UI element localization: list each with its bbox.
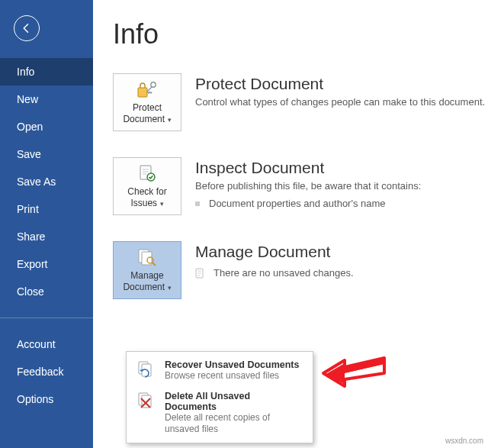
nav-options[interactable]: Options xyxy=(0,385,93,413)
protect-tile-line2: Document xyxy=(123,114,165,124)
nav-feedback[interactable]: Feedback xyxy=(0,358,93,385)
document-search-icon xyxy=(136,248,158,268)
inspect-bullet-row: Document properties and author's name xyxy=(195,198,421,209)
manage-desc-row: There are no unsaved changes. xyxy=(195,267,354,279)
inspect-tile-line1: Check for xyxy=(127,186,166,197)
nav-print[interactable]: Print xyxy=(0,195,93,223)
manage-tile-line2: Document xyxy=(123,282,165,292)
back-button[interactable] xyxy=(14,15,40,41)
chevron-down-icon: ▾ xyxy=(165,116,172,124)
chevron-down-icon: ▾ xyxy=(165,284,172,292)
nav-open[interactable]: Open xyxy=(0,113,93,140)
recover-desc: Browse recent unsaved files xyxy=(165,370,299,382)
delete-title: Delete All Unsaved Documents xyxy=(165,391,303,412)
chevron-down-icon: ▾ xyxy=(158,200,164,208)
delete-unsaved-item[interactable]: Delete All Unsaved Documents Delete all … xyxy=(127,386,313,440)
svg-rect-0 xyxy=(138,88,147,97)
document-check-icon xyxy=(136,164,158,184)
protect-document-button[interactable]: ProtectDocument ▾ xyxy=(113,73,181,131)
inspect-tile-line2: Issues xyxy=(130,198,157,208)
bullet-icon xyxy=(195,201,200,206)
nav-save[interactable]: Save xyxy=(0,140,93,168)
lock-key-icon xyxy=(136,80,158,100)
nav-account[interactable]: Account xyxy=(0,330,93,358)
page-title: Info xyxy=(113,18,488,50)
watermark: wsxdn.com xyxy=(445,437,483,445)
manage-desc: There are no unsaved changes. xyxy=(214,267,354,279)
nav-share[interactable]: Share xyxy=(0,223,93,250)
recover-unsaved-item[interactable]: Recover Unsaved Documents Browse recent … xyxy=(127,355,313,386)
recover-title: Recover Unsaved Documents xyxy=(165,359,299,370)
manage-title: Manage Document xyxy=(195,243,354,261)
manage-document-button[interactable]: ManageDocument ▾ xyxy=(113,241,181,299)
svg-point-1 xyxy=(151,82,156,87)
backstage-sidebar: Info New Open Save Save As Print Share E… xyxy=(0,0,93,448)
protect-title: Protect Document xyxy=(195,75,485,93)
inspect-title: Inspect Document xyxy=(195,159,421,177)
check-for-issues-button[interactable]: Check forIssues ▾ xyxy=(113,157,181,215)
nav-new[interactable]: New xyxy=(0,85,93,113)
protect-section: ProtectDocument ▾ Protect Document Contr… xyxy=(113,73,488,131)
manage-section: ManageDocument ▾ Manage Document There a… xyxy=(113,241,488,299)
delete-desc: Delete all recent copies of unsaved file… xyxy=(165,412,303,435)
document-small-icon xyxy=(195,268,204,279)
inspect-section: Check forIssues ▾ Inspect Document Befor… xyxy=(113,157,488,215)
manage-document-menu: Recover Unsaved Documents Browse recent … xyxy=(126,351,313,443)
protect-tile-line1: Protect xyxy=(133,102,162,113)
nav-close[interactable]: Close xyxy=(0,278,93,305)
nav-export[interactable]: Export xyxy=(0,250,93,278)
protect-desc: Control what types of changes people can… xyxy=(195,96,485,108)
recover-icon xyxy=(136,360,156,380)
arrow-left-icon xyxy=(20,21,34,35)
inspect-desc: Before publishing this file, be aware th… xyxy=(195,180,421,192)
inspect-bullet: Document properties and author's name xyxy=(209,198,386,209)
nav-save-as[interactable]: Save As xyxy=(0,168,93,195)
delete-docs-icon xyxy=(136,392,156,411)
nav-info[interactable]: Info xyxy=(0,58,93,85)
nav-separator xyxy=(0,317,93,318)
manage-tile-line1: Manage xyxy=(130,270,163,281)
